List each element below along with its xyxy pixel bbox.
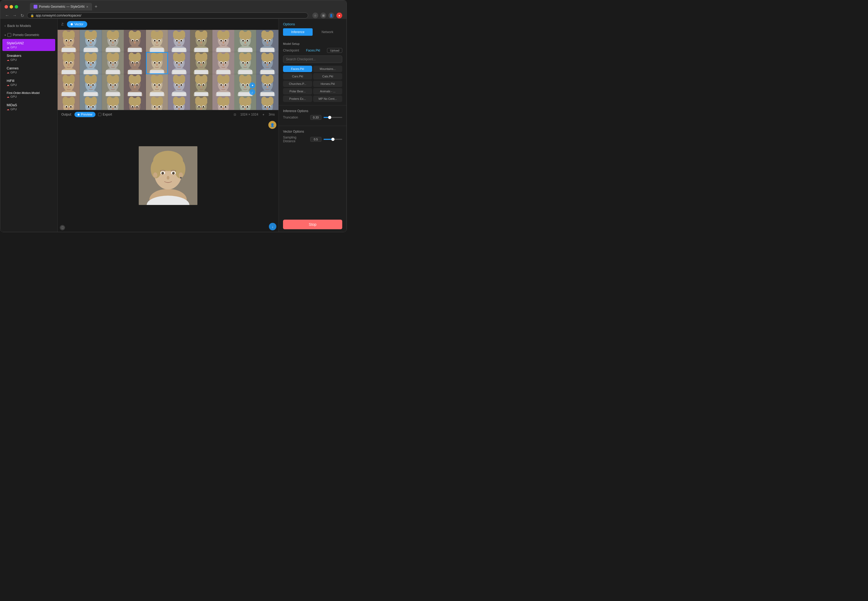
reload-btn[interactable]: ↻	[20, 13, 25, 18]
grid-cell[interactable]	[102, 74, 124, 96]
grid-cell[interactable]	[190, 52, 212, 74]
model-item-hifill[interactable]: HiFill ☁ GPU	[2, 76, 55, 88]
grid-cell[interactable]	[146, 30, 168, 52]
ckpt-polarbear[interactable]: Polar Bear...	[283, 88, 312, 95]
svg-point-345	[242, 84, 244, 85]
ckpt-horses[interactable]: Horses.Pkl	[313, 81, 342, 87]
ckpt-animals[interactable]: Animals - ...	[313, 88, 342, 95]
close-button[interactable]	[5, 5, 8, 9]
grid-cell[interactable]	[212, 52, 235, 74]
inference-tab[interactable]: Inference	[283, 28, 313, 36]
grid-cell[interactable]	[212, 30, 235, 52]
grid-cell[interactable]	[102, 96, 124, 110]
grid-cell[interactable]	[234, 30, 256, 52]
sampling-distance-thumb[interactable]	[331, 138, 335, 141]
grid-cell[interactable]	[190, 96, 212, 110]
workspace-item[interactable]: ▾ Pomelo Geometric	[0, 32, 57, 38]
truncation-thumb[interactable]	[328, 116, 331, 119]
forward-nav-btn[interactable]: →	[12, 13, 17, 18]
svg-point-137	[85, 53, 90, 59]
grid-cell[interactable]	[234, 52, 256, 74]
model-item-fomm[interactable]: First-Order-Motion-Model ☁ GPU	[2, 89, 55, 100]
ckpt-cars[interactable]: Cars.Pkl	[283, 73, 312, 79]
ckpt-faces[interactable]: Faces.Pkl	[283, 66, 312, 72]
grid-cell[interactable]	[80, 96, 102, 110]
grid-cell[interactable]	[256, 52, 279, 74]
grid-cell[interactable]	[168, 52, 190, 74]
export-button[interactable]: Export	[98, 113, 112, 116]
grid-cell[interactable]	[168, 96, 190, 110]
extensions-btn[interactable]: ⊞	[320, 12, 326, 18]
grid-cell[interactable]	[124, 30, 146, 52]
grid-cell[interactable]	[168, 30, 190, 52]
grid-cell[interactable]: ↻	[256, 96, 279, 110]
annotate-icon[interactable]: ✦	[250, 82, 255, 88]
image-grid-container[interactable]: ✦ ↓	[58, 30, 279, 110]
model-item-stylegan2[interactable]: StyleGAN2 ☁ GPU	[2, 39, 55, 51]
svg-point-234	[268, 53, 274, 59]
model-item-midas[interactable]: MiDaS ☁ GPU	[2, 101, 55, 113]
tab-close-btn[interactable]: ✕	[86, 5, 88, 8]
svg-rect-170	[150, 70, 164, 74]
bookmark-btn[interactable]: ☆	[312, 12, 318, 18]
model-item-sneakers[interactable]: Sneakers ☁ GPU	[2, 52, 55, 64]
grid-cell[interactable]	[102, 52, 124, 74]
download-icon[interactable]: ↓	[250, 89, 255, 95]
svg-rect-14	[84, 48, 97, 52]
upload-button[interactable]: Upload	[327, 48, 342, 53]
truncation-slider[interactable]	[324, 117, 342, 118]
model-item-cannes[interactable]: Cannes ☁ GPU	[2, 64, 55, 76]
download-preview-btn[interactable]: ↓	[269, 223, 276, 230]
active-tab[interactable]: Pomelo Geometric — StyleGAN ✕	[30, 3, 92, 11]
svg-rect-122	[62, 70, 76, 74]
grid-cell[interactable]	[190, 30, 212, 52]
grid-cell[interactable]	[124, 52, 146, 74]
grid-cell[interactable]	[256, 74, 279, 96]
grid-cell[interactable]	[124, 96, 146, 110]
grid-cell[interactable]	[168, 74, 190, 96]
grid-cell[interactable]	[80, 52, 102, 74]
grid-cell[interactable]	[146, 52, 168, 74]
new-tab-btn[interactable]: +	[93, 4, 99, 10]
grid-cell[interactable]	[58, 52, 80, 74]
ckpt-cats[interactable]: Cats.Pkl	[313, 73, 342, 79]
maximize-button[interactable]	[15, 5, 18, 9]
grid-cell[interactable]	[212, 74, 235, 96]
ckpt-mountains[interactable]: Mountains...	[313, 66, 342, 72]
stop-button[interactable]: Stop	[283, 220, 342, 229]
grid-cell[interactable]	[212, 96, 235, 110]
grid-cell[interactable]	[102, 30, 124, 52]
address-bar[interactable]: 🔒 app.runwayml.com/workspaces/	[27, 12, 308, 18]
info-badge[interactable]: ⓘ	[60, 225, 65, 230]
minimize-button[interactable]	[10, 5, 13, 9]
grid-cell[interactable]: ✦ ↓	[234, 74, 256, 96]
grid-cell[interactable]	[146, 74, 168, 96]
back-nav-btn[interactable]: ←	[5, 13, 10, 18]
lock-icon: 🔒	[30, 14, 34, 17]
grid-cell[interactable]	[234, 96, 256, 110]
menu-btn[interactable]: ●	[337, 12, 342, 18]
ckpt-mp[interactable]: MP No Cent...	[313, 96, 342, 102]
vector-button[interactable]: Vector	[67, 21, 87, 27]
grid-cell[interactable]	[80, 30, 102, 52]
grid-cell[interactable]	[146, 96, 168, 110]
grid-cell[interactable]	[190, 74, 212, 96]
ckpt-posters[interactable]: Posters Ex...	[283, 96, 312, 102]
grid-cell[interactable]	[58, 74, 80, 96]
ckpt-churches[interactable]: Churches.P...	[283, 81, 312, 87]
preview-button[interactable]: Preview	[75, 112, 96, 117]
grid-cell[interactable]	[58, 30, 80, 52]
svg-point-369	[65, 106, 67, 108]
sampling-distance-slider[interactable]	[324, 139, 342, 140]
grid-cell[interactable]	[80, 74, 102, 96]
network-tab[interactable]: Network	[313, 28, 342, 36]
workspace-name: Pomelo Geometric	[13, 33, 39, 37]
grid-cell[interactable]	[124, 74, 146, 96]
profile-btn[interactable]: 👤	[328, 12, 334, 18]
grid-cell[interactable]	[58, 96, 80, 110]
search-checkpoint-input[interactable]	[283, 55, 342, 63]
grid-cell[interactable]	[256, 30, 279, 52]
svg-point-93	[220, 40, 222, 41]
address-text: app.runwayml.com/workspaces/	[36, 14, 81, 17]
back-to-models-link[interactable]: ‹ Back to Models	[0, 22, 57, 29]
